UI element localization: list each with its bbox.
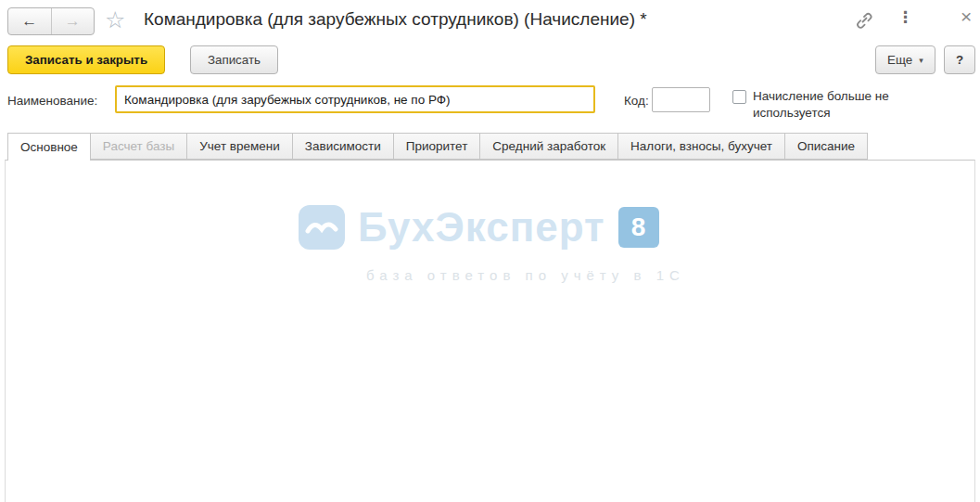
tab-calc-base: Расчет базы	[90, 133, 187, 160]
tab-time-tracking[interactable]: Учет времени	[186, 133, 293, 160]
tab-main[interactable]: Основное	[7, 133, 91, 161]
not-used-checkbox-label[interactable]: Начисление больше не используется	[753, 88, 931, 122]
close-icon[interactable]: ×	[961, 6, 972, 28]
get-link-icon[interactable]	[854, 10, 874, 31]
nav-history-group: ← →	[7, 7, 95, 35]
code-input[interactable]	[652, 87, 710, 112]
save-button[interactable]: Записать	[190, 45, 278, 74]
back-button[interactable]: ←	[8, 8, 52, 34]
tab-priority[interactable]: Приоритет	[393, 133, 481, 160]
not-used-checkbox[interactable]	[732, 90, 746, 104]
name-field-label: Наименование:	[7, 94, 97, 108]
more-menu-icon[interactable]: ⋮	[897, 7, 913, 27]
tab-taxes[interactable]: Налоги, взносы, бухучет	[617, 133, 785, 160]
more-actions-label: Еще	[887, 53, 912, 67]
favorite-star-icon[interactable]: ☆	[105, 6, 125, 33]
tab-bar: Основное Расчет базы Учет времени Зависи…	[7, 133, 868, 161]
main-tab-panel	[5, 160, 975, 502]
page-title: Командировка (для зарубежных сотрудников…	[144, 9, 647, 30]
chevron-down-icon: ▾	[919, 56, 923, 65]
more-actions-button[interactable]: Еще ▾	[875, 45, 935, 74]
save-and-close-button[interactable]: Записать и закрыть	[7, 45, 165, 74]
tab-average-earnings[interactable]: Средний заработок	[479, 133, 618, 160]
name-input[interactable]	[115, 85, 595, 113]
help-button[interactable]: ?	[944, 45, 975, 74]
forward-button[interactable]: →	[52, 8, 95, 34]
tab-dependencies[interactable]: Зависимости	[292, 133, 394, 160]
tab-description[interactable]: Описание	[784, 133, 868, 160]
code-field-label: Код:	[624, 94, 649, 108]
